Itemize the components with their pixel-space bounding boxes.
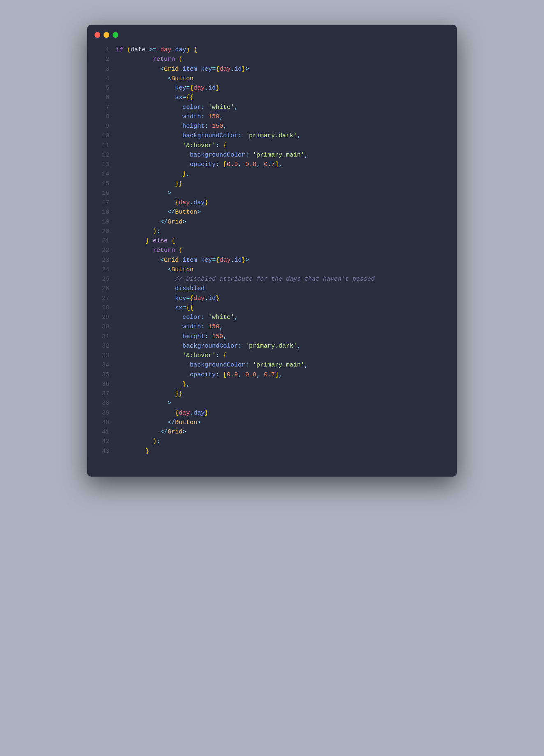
code-line: 21 } else {	[95, 236, 449, 246]
code-line: 10 backgroundColor: 'primary.dark',	[95, 131, 449, 141]
line-number: 35	[95, 370, 109, 380]
code-content: } else {	[116, 236, 175, 246]
code-content: key={day.id}	[116, 83, 219, 93]
code-window: 1if (date >= day.day) {2 return (3 <Grid…	[87, 25, 457, 477]
line-number: 20	[95, 227, 109, 236]
line-number: 32	[95, 341, 109, 351]
code-content: '&:hover': {	[116, 141, 227, 150]
code-content: </Grid>	[116, 217, 186, 227]
code-line: 31 height: 150,	[95, 332, 449, 341]
line-number: 41	[95, 427, 109, 437]
line-number: 42	[95, 437, 109, 446]
code-content: </Grid>	[116, 427, 186, 437]
code-line: 16 >	[95, 189, 449, 198]
line-number: 16	[95, 189, 109, 198]
code-content: height: 150,	[116, 332, 227, 341]
code-content: height: 150,	[116, 122, 227, 131]
code-line: 35 opacity: [0.9, 0.8, 0.7],	[95, 370, 449, 380]
code-line: 5 key={day.id}	[95, 83, 449, 93]
code-line: 12 backgroundColor: 'primary.main',	[95, 150, 449, 160]
code-line: 17 {day.day}	[95, 198, 449, 207]
line-number: 5	[95, 83, 109, 93]
line-number: 27	[95, 294, 109, 303]
code-content: <Button	[116, 74, 194, 83]
line-number: 9	[95, 122, 109, 131]
minimize-icon[interactable]	[104, 32, 109, 38]
code-content: }}	[116, 389, 182, 399]
close-icon[interactable]	[95, 32, 100, 38]
code-line: 34 backgroundColor: 'primary.main',	[95, 360, 449, 370]
code-content: width: 150,	[116, 112, 223, 122]
code-content: color: 'white',	[116, 313, 238, 322]
line-number: 11	[95, 141, 109, 150]
code-line: 41 </Grid>	[95, 427, 449, 437]
code-content: '&:hover': {	[116, 351, 227, 360]
code-content: {day.day}	[116, 198, 208, 207]
code-line: 18 </Button>	[95, 207, 449, 217]
code-line: 25 // Disabled attribute for the days th…	[95, 274, 449, 284]
code-content: key={day.id}	[116, 294, 219, 303]
code-line: 24 <Button	[95, 265, 449, 274]
line-number: 8	[95, 112, 109, 122]
code-content: opacity: [0.9, 0.8, 0.7],	[116, 370, 282, 380]
line-number: 7	[95, 103, 109, 112]
maximize-icon[interactable]	[113, 32, 118, 38]
line-number: 2	[95, 55, 109, 64]
line-number: 1	[95, 45, 109, 55]
code-line: 15 }}	[95, 179, 449, 189]
window-titlebar	[87, 25, 457, 43]
code-line: 2 return (	[95, 55, 449, 64]
line-number: 19	[95, 217, 109, 227]
code-line: 20 );	[95, 227, 449, 236]
code-content: );	[116, 437, 160, 446]
code-content: </Button>	[116, 207, 201, 217]
code-line: 1if (date >= day.day) {	[95, 45, 449, 55]
code-line: 33 '&:hover': {	[95, 351, 449, 360]
line-number: 24	[95, 265, 109, 274]
line-number: 34	[95, 360, 109, 370]
code-editor: 1if (date >= day.day) {2 return (3 <Grid…	[87, 43, 457, 477]
code-content: >	[116, 399, 171, 408]
code-line: 38 >	[95, 399, 449, 408]
code-line: 29 color: 'white',	[95, 313, 449, 322]
code-line: 4 <Button	[95, 74, 449, 83]
code-line: 23 <Grid item key={day.id}>	[95, 256, 449, 265]
code-content: backgroundColor: 'primary.main',	[116, 150, 308, 160]
line-number: 6	[95, 93, 109, 102]
code-line: 8 width: 150,	[95, 112, 449, 122]
line-number: 30	[95, 322, 109, 332]
code-line: 6 sx={{	[95, 93, 449, 102]
code-line: 39 {day.day}	[95, 408, 449, 418]
code-line: 30 width: 150,	[95, 322, 449, 332]
line-number: 21	[95, 236, 109, 246]
line-number: 10	[95, 131, 109, 141]
code-content: <Grid item key={day.id}>	[116, 256, 249, 265]
code-content: opacity: [0.9, 0.8, 0.7],	[116, 160, 282, 169]
line-number: 28	[95, 303, 109, 313]
code-line: 36 },	[95, 380, 449, 389]
code-line: 37 }}	[95, 389, 449, 399]
line-number: 26	[95, 284, 109, 293]
code-line: 7 color: 'white',	[95, 103, 449, 112]
code-content: },	[116, 380, 190, 389]
code-line: 42 );	[95, 437, 449, 446]
line-number: 17	[95, 198, 109, 207]
code-line: 32 backgroundColor: 'primary.dark',	[95, 341, 449, 351]
line-number: 39	[95, 408, 109, 418]
code-content: backgroundColor: 'primary.dark',	[116, 131, 301, 141]
code-content: );	[116, 227, 160, 236]
code-line: 3 <Grid item key={day.id}>	[95, 65, 449, 74]
line-number: 12	[95, 150, 109, 160]
code-content: if (date >= day.day) {	[116, 45, 197, 55]
code-line: 26 disabled	[95, 284, 449, 293]
code-content: backgroundColor: 'primary.main',	[116, 360, 308, 370]
code-content: return (	[116, 246, 182, 255]
code-content: }}	[116, 179, 182, 189]
code-content: <Button	[116, 265, 194, 274]
code-line: 14 },	[95, 169, 449, 179]
line-number: 43	[95, 447, 109, 456]
code-line: 13 opacity: [0.9, 0.8, 0.7],	[95, 160, 449, 169]
line-number: 13	[95, 160, 109, 169]
line-number: 36	[95, 380, 109, 389]
code-content: sx={{	[116, 303, 194, 313]
